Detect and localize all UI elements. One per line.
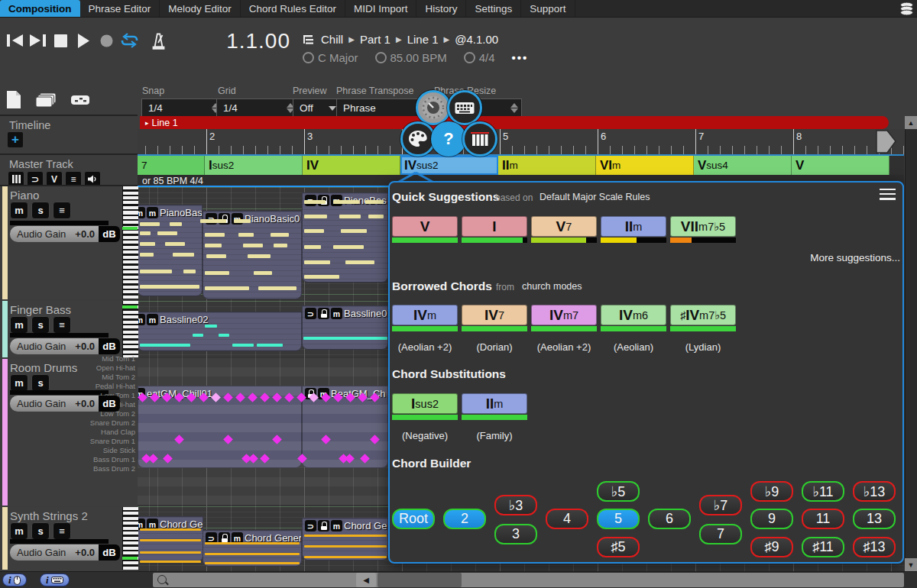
builder-13[interactable]: 13 <box>853 509 896 529</box>
clip-chord-gener[interactable]: ⊃mChord Gener <box>203 530 302 567</box>
vertical-scrollbar[interactable] <box>905 116 917 571</box>
tab-melody-editor[interactable]: Melody Editor <box>160 0 241 17</box>
keyboard-help-toggle[interactable]: i <box>40 573 70 586</box>
builder-6[interactable]: 6 <box>648 509 691 529</box>
master-chord-V[interactable]: V <box>792 156 889 175</box>
time-signature[interactable]: 4/4 <box>464 51 495 64</box>
open-project-icon[interactable] <box>35 90 57 109</box>
mute-icon[interactable]: m <box>147 207 158 218</box>
audio-gain-control[interactable]: Audio Gain+0.0 <box>10 396 99 412</box>
skip-start-button[interactable] <box>5 31 24 50</box>
master-chord-VIm[interactable]: VIm <box>596 156 694 175</box>
tab-composition[interactable]: Composition <box>0 0 80 17</box>
timeline-ruler[interactable]: 2345678 <box>138 129 904 154</box>
chord-suggestion-v7[interactable]: V7 <box>531 216 597 237</box>
lock-icon[interactable] <box>318 520 329 531</box>
quick-suggestions-basis[interactable]: Default Major Scale Rules <box>540 192 650 202</box>
master-chord-IIm[interactable]: IIm <box>498 156 596 175</box>
skip-end-button[interactable] <box>28 31 47 50</box>
more-suggestions-link[interactable]: More suggestions... <box>690 252 900 263</box>
master-chord-Isus2[interactable]: Isus2 <box>205 156 303 175</box>
lock-icon[interactable] <box>318 308 329 319</box>
clip-pianobasic0[interactable]: mmPianoBasic0 <box>138 205 203 296</box>
builder-11[interactable]: 11 <box>802 509 844 529</box>
layers-icon[interactable] <box>899 2 915 16</box>
tab-support[interactable]: Support <box>521 0 575 17</box>
scroll-down-button[interactable]: ▼ <box>905 558 917 571</box>
audio-gain-control[interactable]: Audio Gain+0.0 <box>10 338 99 354</box>
builder-9[interactable]: 9 <box>750 509 793 529</box>
builder-2[interactable]: 2 <box>443 509 486 529</box>
solo-button[interactable]: s <box>31 522 50 540</box>
chord-suggestion-viim7♭5[interactable]: VIIm7♭5 <box>670 216 736 237</box>
loop-button[interactable] <box>119 31 139 50</box>
track-header-synth-strings-2[interactable]: Synth Strings 2ms≡Audio Gain+0.0dB <box>0 507 138 570</box>
gain-slider[interactable] <box>10 221 109 225</box>
audio-gain-control[interactable]: Audio Gain+0.0 <box>10 544 99 561</box>
solo-button[interactable]: s <box>31 316 50 334</box>
stop-button[interactable] <box>50 31 70 50</box>
scroll-up-button[interactable]: ▲ <box>905 116 917 129</box>
preview-select[interactable]: Off <box>293 99 342 118</box>
list-button[interactable]: ≡ <box>53 202 71 219</box>
metronome-icon[interactable] <box>148 31 168 50</box>
key-signature[interactable]: C Major <box>303 51 358 64</box>
piano-keys-strip[interactable] <box>122 301 138 357</box>
builder-3[interactable]: 3 <box>494 524 537 544</box>
piano-keys-strip[interactable] <box>122 507 138 570</box>
clip-chord-ge[interactable]: ⊃mChord Ge <box>302 518 388 561</box>
builder-b11[interactable]: ♭11 <box>802 481 844 502</box>
chord-suggestion-isus2[interactable]: Isus2 <box>392 393 458 414</box>
new-file-icon[interactable] <box>6 90 21 109</box>
builder-s13[interactable]: ♯13 <box>853 537 896 557</box>
knob-tool-button[interactable] <box>416 90 451 125</box>
mute-icon[interactable]: m <box>138 207 145 218</box>
grid-select[interactable]: 1/4 <box>216 99 298 118</box>
builder-s9[interactable]: ♯9 <box>750 537 793 557</box>
master-chord-Vsus4[interactable]: Vsus4 <box>694 156 792 175</box>
breadcrumb-item[interactable]: Part 1 <box>360 33 390 46</box>
breadcrumb-item[interactable]: Chill <box>321 33 343 46</box>
builder-b5[interactable]: ♭5 <box>597 481 640 502</box>
piano-tool-button[interactable] <box>462 121 497 157</box>
builder-b3[interactable]: ♭3 <box>494 495 537 515</box>
loop-icon[interactable]: ⊃ <box>305 308 316 319</box>
gain-slider[interactable] <box>10 333 109 338</box>
builder-b13[interactable]: ♭13 <box>853 481 896 502</box>
arrangement-tree-icon[interactable] <box>303 34 315 45</box>
builder-s5[interactable]: ♯5 <box>597 537 640 557</box>
line-header-bar[interactable]: ▸Line 1 <box>140 116 889 129</box>
builder-5[interactable]: 5 <box>597 509 640 529</box>
loop-end-marker[interactable] <box>876 130 897 153</box>
mute-button[interactable]: m <box>10 202 28 219</box>
chord-suggestion-v[interactable]: V <box>392 216 458 237</box>
help-button[interactable]: ? <box>431 121 466 157</box>
chord-suggestion-ivm6[interactable]: IVm6 <box>601 305 666 325</box>
scroll-left-button[interactable]: ◀ <box>356 573 376 587</box>
track-header-room-drums[interactable]: Room DrumsmsAudio Gain+0.0dBMid Tom 1Ope… <box>0 359 138 506</box>
breadcrumb-item[interactable]: Line 1 <box>407 33 439 46</box>
mute-icon[interactable]: m <box>331 520 342 531</box>
mute-button[interactable]: m <box>10 374 28 392</box>
tab-history[interactable]: History <box>416 0 466 17</box>
mouse-help-toggle[interactable]: i <box>2 573 27 586</box>
builder-s11[interactable]: ♯11 <box>802 537 844 557</box>
chord-suggestion-ivm7[interactable]: IVm7 <box>531 305 597 325</box>
list-button[interactable]: ≡ <box>53 522 71 540</box>
mute-icon[interactable]: m <box>331 308 342 319</box>
solo-button[interactable]: s <box>31 202 50 219</box>
chord-suggestion-iim[interactable]: IIm <box>462 393 527 414</box>
gain-slider[interactable] <box>10 539 109 544</box>
track-header-finger-bass[interactable]: Finger Bassms≡Audio Gain+0.0dB <box>0 301 138 357</box>
chord-suggestion-i[interactable]: I <box>462 216 527 237</box>
breadcrumb-item[interactable]: @4.1.00 <box>455 33 498 46</box>
builder-b7[interactable]: ♭7 <box>699 495 742 515</box>
keyboard-tool-button[interactable] <box>447 90 482 125</box>
more-options-button[interactable]: ••• <box>512 51 529 64</box>
horizontal-scroll-thumb[interactable] <box>377 573 462 587</box>
solo-button[interactable]: s <box>31 374 50 392</box>
loop-icon[interactable]: ⊃ <box>305 520 316 531</box>
tab-phrase-editor[interactable]: Phrase Editor <box>80 0 160 17</box>
play-button[interactable] <box>73 31 93 50</box>
chord-suggestion-iim[interactable]: IIm <box>601 216 666 237</box>
